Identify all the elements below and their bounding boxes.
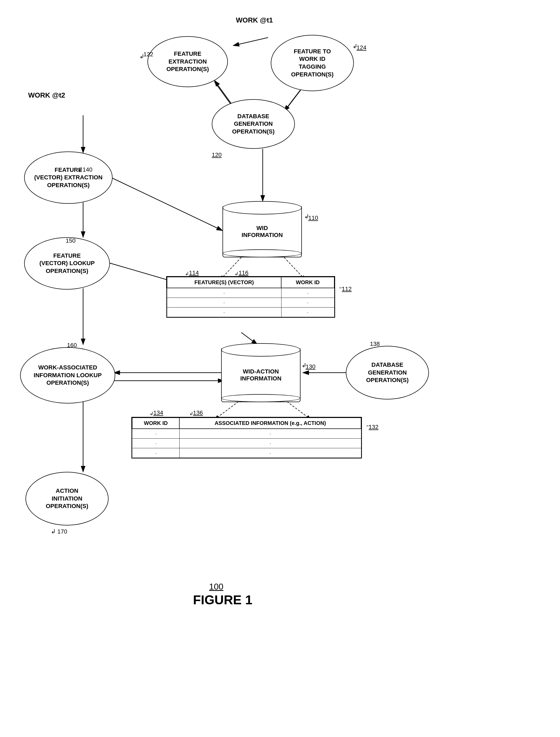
- wid-action-table-col2-header: ASSOCIATED INFORMATION (e.g., ACTION): [179, 418, 361, 429]
- ref-150: 150: [66, 237, 76, 244]
- ref-138: 138: [370, 340, 380, 347]
- figure-number: 100: [209, 582, 223, 592]
- ref-140: ↲140: [78, 166, 92, 173]
- action-initiation-node: ACTIONINITIATIONOPERATION(S): [25, 472, 109, 525]
- wid-action-table-col1-header: WORK ID: [132, 418, 179, 429]
- ref-134: 134: [153, 409, 163, 416]
- feature-vector-lookup-node: FEATURE(VECTOR) LOOKUPOPERATION(S): [24, 237, 110, 290]
- ref-116: 116: [239, 269, 249, 276]
- ref-170: ↲ 170: [51, 528, 67, 535]
- wid-table: FEATURE(S) (VECTOR) WORK ID ·· ·· ··: [166, 276, 335, 318]
- feature-to-work-id-node: FEATURE TOWORK IDTAGGINGOPERATION(S): [271, 35, 354, 91]
- ref-130: 130: [306, 363, 316, 370]
- ref-120: 120: [212, 151, 222, 158]
- work-t2-label: WORK @t2: [28, 91, 65, 99]
- wid-table-col2-header: WORK ID: [281, 277, 334, 288]
- ref-110: 110: [308, 214, 318, 221]
- ref-122: 122: [143, 51, 153, 58]
- feature-extraction-node: FEATUREEXTRACTIONOPERATION(S): [147, 36, 228, 87]
- wid-table-col1-header: FEATURE(S) (VECTOR): [167, 277, 281, 288]
- db-generation-top-node: DATABASEGENERATIONOPERATION(S): [212, 99, 295, 149]
- ref-114: 114: [189, 269, 199, 276]
- ref-124: 124: [357, 44, 366, 51]
- wid-action-table: WORK ID ASSOCIATED INFORMATION (e.g., AC…: [131, 417, 362, 458]
- wid-action-node: WID-ACTIONINFORMATION: [221, 343, 302, 402]
- work-t1-label: WORK @t1: [236, 16, 273, 24]
- ref-160: 160: [67, 342, 77, 349]
- figure-label: FIGURE 1: [193, 592, 252, 607]
- ref-136: 136: [193, 409, 203, 416]
- work-associated-lookup-node: WORK-ASSOCIATEDINFORMATION LOOKUPOPERATI…: [20, 347, 115, 403]
- feature-vector-extraction-node: FEATURE(VECTOR) EXTRACTIONOPERATION(S): [24, 151, 113, 204]
- db-generation-right-node: DATABASEGENERATIONOPERATION(S): [346, 346, 429, 399]
- diagram: WORK @t1 WORK @t2 FEATUREEXTRACTIONOPERA…: [0, 0, 560, 737]
- wid-information-node: WIDINFORMATION: [222, 201, 303, 257]
